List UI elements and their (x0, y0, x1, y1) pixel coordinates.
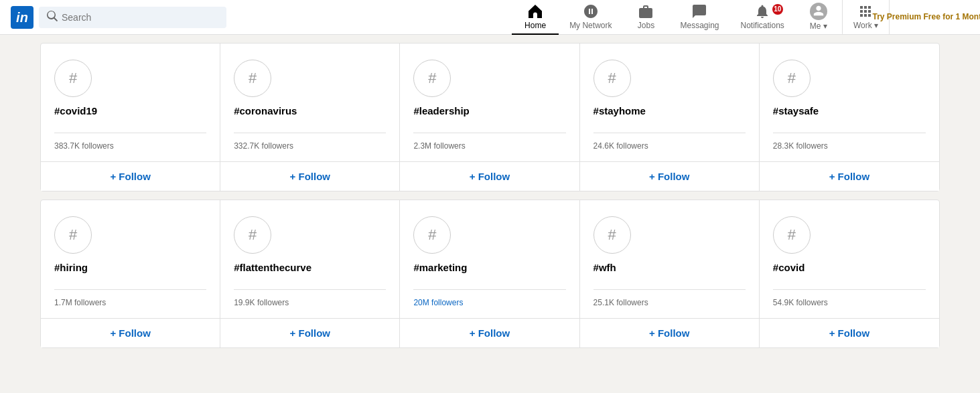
nav-item-my-network[interactable]: My Network (559, 0, 622, 35)
hashtag-card: ##stayhome24.6K followers+ Follow (580, 44, 760, 191)
hashtag-card: ##staysafe28.3K followers+ Follow (760, 44, 939, 191)
hashtag-followers: 24.6K followers (593, 133, 746, 151)
hashtag-name: #stayhome (593, 105, 746, 116)
hashtag-card: ##marketing20M followers+ Follow (400, 200, 579, 347)
hashtag-icon: # (234, 216, 271, 254)
hashtag-followers: 2.3M followers (413, 133, 565, 151)
follow-button[interactable]: + Follow (760, 161, 939, 191)
linkedin-logo[interactable]: in (11, 6, 33, 29)
hashtag-icon: # (54, 60, 92, 97)
follow-button[interactable]: + Follow (400, 161, 579, 191)
follow-button[interactable]: + Follow (400, 318, 579, 347)
navbar: in Home My Network Jo (0, 0, 980, 35)
hashtag-card: ##coronavirus332.7K followers+ Follow (220, 44, 400, 191)
hashtag-icon: # (593, 216, 631, 254)
hashtag-icon: # (413, 216, 451, 254)
nav-item-work[interactable]: Work ▾ (842, 0, 889, 35)
hashtag-row-1: ##hiring1.7M followers+ Follow##flattent… (40, 200, 940, 348)
work-label: Work ▾ (853, 21, 878, 30)
avatar (810, 3, 827, 20)
home-label: Home (524, 21, 546, 30)
search-icon (47, 11, 58, 24)
nav-item-notifications[interactable]: 10 Notifications (730, 0, 795, 35)
hashtag-rows: ##covid19383.7K followers+ Follow##coron… (40, 43, 940, 348)
hashtag-card: ##leadership2.3M followers+ Follow (400, 44, 579, 191)
hashtag-card: ##wfh25.1K followers+ Follow (580, 200, 760, 347)
hashtag-name: #covid19 (54, 105, 206, 116)
follow-button[interactable]: + Follow (41, 161, 220, 191)
main-content: ##covid19383.7K followers+ Follow##coron… (0, 35, 980, 364)
hashtag-name: #leadership (413, 105, 565, 116)
follow-button[interactable]: + Follow (220, 318, 399, 347)
hashtag-icon: # (593, 60, 631, 97)
follow-button[interactable]: + Follow (760, 318, 939, 347)
me-label: Me ▾ (810, 21, 827, 31)
nav-item-me[interactable]: Me ▾ (795, 0, 842, 35)
hashtag-name: #hiring (54, 262, 206, 273)
hashtag-name: #covid (773, 262, 926, 273)
follow-button[interactable]: + Follow (580, 318, 759, 347)
hashtag-followers: 20M followers (413, 289, 565, 307)
hashtag-icon: # (773, 60, 811, 97)
hashtag-followers: 332.7K followers (234, 133, 386, 151)
premium-button[interactable]: Try Premium Free for 1 Month (889, 0, 969, 35)
jobs-label: Jobs (638, 21, 654, 30)
nav-items: Home My Network Jobs Messaging (512, 0, 969, 35)
hashtag-followers: 383.7K followers (54, 133, 206, 151)
nav-item-jobs[interactable]: Jobs (622, 0, 669, 35)
messaging-label: Messaging (680, 21, 719, 30)
nav-item-messaging[interactable]: Messaging (669, 0, 729, 35)
hashtag-followers: 28.3K followers (773, 133, 926, 151)
hashtag-card: ##flattenthecurve19.9K followers+ Follow (220, 200, 400, 347)
hashtag-followers: 54.9K followers (773, 289, 926, 307)
hashtag-followers: 25.1K followers (593, 289, 746, 307)
hashtag-card: ##hiring1.7M followers+ Follow (41, 200, 220, 347)
notification-badge: 10 (772, 4, 783, 15)
hashtag-followers: 1.7M followers (54, 289, 206, 307)
hashtag-icon: # (773, 216, 811, 254)
search-bar[interactable] (39, 7, 226, 28)
hashtag-card: ##covid19383.7K followers+ Follow (41, 44, 220, 191)
my-network-label: My Network (569, 21, 612, 30)
hashtag-name: #flattenthecurve (234, 262, 386, 273)
hashtag-icon: # (234, 60, 271, 97)
follow-button[interactable]: + Follow (580, 161, 759, 191)
hashtag-icon: # (54, 216, 92, 254)
follow-button[interactable]: + Follow (41, 318, 220, 347)
search-input[interactable] (62, 12, 218, 23)
hashtag-row-0: ##covid19383.7K followers+ Follow##coron… (40, 43, 940, 191)
hashtag-name: #staysafe (773, 105, 926, 116)
hashtag-name: #marketing (413, 262, 565, 273)
nav-item-home[interactable]: Home (512, 0, 559, 35)
hashtag-name: #coronavirus (234, 105, 386, 116)
hashtag-followers: 19.9K followers (234, 289, 386, 307)
notifications-label: Notifications (741, 21, 784, 30)
hashtag-icon: # (413, 60, 451, 97)
hashtag-name: #wfh (593, 262, 746, 273)
hashtag-card: ##covid54.9K followers+ Follow (760, 200, 939, 347)
follow-button[interactable]: + Follow (220, 161, 399, 191)
